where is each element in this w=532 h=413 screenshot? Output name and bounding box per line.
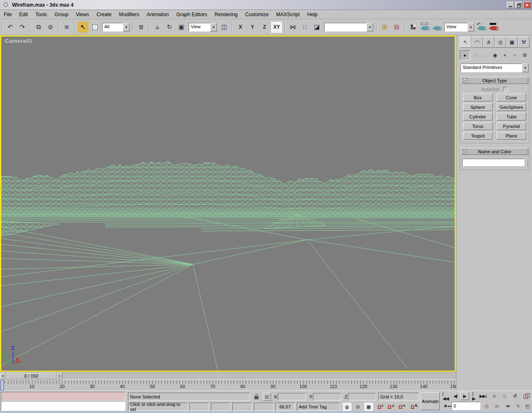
primitive-button[interactable]: Torus (463, 122, 493, 130)
tab-hierarchy[interactable]: ⋔ (483, 37, 495, 48)
x-coord-field[interactable] (278, 393, 306, 401)
tab-display[interactable]: ▣ (506, 37, 518, 48)
selection-region-button[interactable] (89, 22, 101, 33)
key-mode-toggle[interactable] (441, 402, 450, 410)
reference-coordinate-dropdown[interactable]: View ▼ (189, 23, 217, 32)
previous-frame-button[interactable]: ◀| (452, 392, 459, 400)
activeshade-button[interactable] (488, 22, 499, 33)
menu-item[interactable]: Customize (241, 10, 273, 19)
restrict-xy-plane-button[interactable]: XY (271, 22, 282, 33)
primitive-button[interactable]: Tube (497, 113, 526, 120)
restrict-z-button[interactable]: Z (259, 22, 270, 33)
zoom-extents-all-button[interactable]: ◇ (500, 392, 509, 400)
schematic-view-button[interactable]: ⊟ (391, 22, 402, 33)
close-button[interactable]: ✕ (523, 2, 531, 8)
render-scene-button[interactable] (419, 22, 431, 33)
pan-button[interactable]: ⇹ (503, 402, 512, 410)
window-crossing-toggle[interactable]: ▦ (364, 403, 373, 411)
go-to-end-button[interactable]: ▶▶| (479, 392, 487, 400)
track-view-button[interactable]: ⊞ (379, 22, 390, 33)
time-slider-handle[interactable]: 0 / 150 (6, 373, 57, 379)
category-helpers-button[interactable]: ⌖ (500, 50, 510, 60)
time-value-field[interactable]: 66,67 (275, 403, 295, 411)
select-by-name-button[interactable]: ≣ (135, 22, 147, 33)
next-frame-button[interactable]: |▶ (470, 392, 478, 400)
primitive-button[interactable]: GeoSphere (497, 103, 526, 111)
absolute-offset-toggle[interactable]: ⊡ (263, 393, 271, 401)
dropdown-arrow-icon[interactable]: ▼ (522, 64, 529, 72)
menu-item[interactable]: File (0, 10, 15, 19)
primitive-button[interactable]: Cone (497, 93, 526, 101)
tab-create[interactable]: ↖ (460, 37, 471, 48)
primitive-button[interactable]: Pyramid (497, 122, 526, 130)
field-of-view-button[interactable]: ▷ (493, 402, 502, 410)
add-time-tag[interactable]: Add Time Tag (297, 403, 340, 411)
render-last-button[interactable]: ↶ (476, 22, 487, 33)
menu-item[interactable]: Group (51, 10, 72, 19)
track-bar[interactable]: 0102030405060708090100110120130140150 (0, 379, 456, 391)
named-selection-dropdown[interactable]: ▼ (324, 23, 373, 32)
angle-snap-toggle[interactable]: Ω∠ (386, 403, 396, 411)
animate-button[interactable]: Animate (421, 392, 440, 410)
viewport-label[interactable]: Camera01 (5, 38, 32, 44)
dropdown-arrow-icon[interactable]: ▼ (210, 23, 217, 32)
dropdown-arrow-icon[interactable]: ▼ (468, 23, 474, 32)
maxscript-listener-input[interactable] (1, 392, 126, 401)
category-cameras-button[interactable]: ◉ (490, 50, 500, 60)
restore-button[interactable] (515, 2, 522, 8)
primitive-button[interactable]: Cylinder (463, 113, 493, 120)
primitive-button[interactable]: Teapot (463, 132, 493, 140)
undo-button[interactable]: ↶ (5, 22, 16, 33)
menu-item[interactable]: Create (93, 10, 115, 19)
tab-motion[interactable]: ◎ (495, 37, 506, 48)
menu-item[interactable]: MAXScript (272, 10, 303, 19)
category-geometry-button[interactable]: ● (460, 50, 470, 60)
primitive-button[interactable]: Sphere (463, 103, 493, 111)
menu-item[interactable]: Graph Editors (172, 10, 211, 19)
category-spacewarps-button[interactable]: ≈ (510, 50, 520, 60)
menu-item[interactable]: Rendering (211, 10, 241, 19)
mirror-button[interactable]: ⋈ (287, 22, 298, 33)
min-max-toggle-button[interactable] (521, 392, 531, 400)
crossing-selection-toggle[interactable]: ⊙ (353, 403, 362, 411)
select-and-scale-button[interactable]: ▣ (176, 22, 187, 33)
camera-viewport[interactable]: ZYX Camera01 (0, 35, 456, 372)
region-zoom-button[interactable]: ◰ (524, 402, 532, 410)
spinner-snap-toggle[interactable]: Ω⇅ (409, 403, 419, 411)
category-systems-button[interactable]: ⚙ (520, 50, 530, 60)
play-button[interactable]: ▶ (460, 392, 469, 400)
tab-utilities[interactable]: ⚒ (518, 37, 530, 48)
select-and-move-button[interactable]: ↔↕ (152, 22, 163, 33)
select-and-rotate-button[interactable]: ↻ (164, 22, 175, 33)
current-frame-field[interactable]: 0 (451, 402, 480, 410)
arc-rotate-button[interactable]: ↺ (510, 392, 520, 400)
next-frame-arrow[interactable]: > (57, 373, 62, 379)
tab-modify[interactable]: ◠ (471, 37, 483, 48)
select-and-link-button[interactable]: ⧉ (33, 22, 44, 33)
bind-to-spacewarp-button[interactable]: ≋ (61, 22, 72, 33)
go-to-start-button[interactable]: |◀◀ (441, 392, 450, 400)
menu-item[interactable]: Help (303, 10, 321, 19)
degradation-override-toggle[interactable]: ◍ (342, 403, 352, 411)
object-name-field[interactable] (462, 159, 525, 166)
redo-button[interactable]: ↷ (17, 22, 28, 33)
menu-item[interactable]: Animation (143, 10, 172, 19)
menu-item[interactable]: Edit (15, 10, 32, 19)
collapse-icon[interactable]: - (463, 78, 467, 83)
primitive-button[interactable]: Plane (497, 132, 526, 140)
unlink-selection-button[interactable]: ⊘ (45, 22, 56, 33)
align-button[interactable]: ◪ (311, 22, 323, 33)
previous-frame-arrow[interactable]: < (0, 373, 6, 379)
material-editor-button[interactable] (407, 22, 419, 33)
primitive-button[interactable]: Box (463, 93, 493, 101)
object-type-header[interactable]: - Object Type (461, 77, 528, 84)
array-button[interactable]: ∷ (299, 22, 310, 33)
object-color-swatch[interactable] (527, 159, 528, 166)
track-bar-cursor[interactable] (0, 380, 4, 391)
arc-rotate-subobject-button[interactable]: ↻ (514, 402, 523, 410)
collapse-icon[interactable]: - (463, 149, 467, 154)
dropdown-arrow-icon[interactable]: ▼ (123, 23, 130, 32)
z-coord-field[interactable] (348, 393, 376, 401)
snap-toggle-3d[interactable]: Ω3 (375, 403, 385, 411)
dropdown-arrow-icon[interactable]: ▼ (367, 23, 373, 32)
